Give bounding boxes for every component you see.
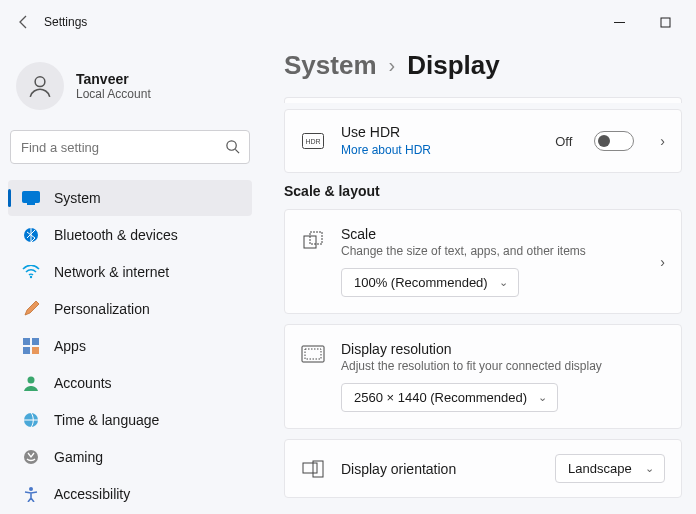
- svg-text:HDR: HDR: [305, 138, 320, 145]
- scale-icon: [301, 230, 325, 252]
- orientation-icon: [301, 460, 325, 478]
- scale-dropdown[interactable]: 100% (Recommended) ⌄: [341, 268, 519, 297]
- chevron-down-icon: ⌄: [538, 391, 547, 404]
- svg-rect-9: [23, 347, 30, 354]
- hdr-link[interactable]: More about HDR: [341, 143, 431, 157]
- orientation-card: Display orientation Landscape ⌄: [284, 439, 682, 498]
- chevron-down-icon: ⌄: [499, 276, 508, 289]
- account-icon: [22, 374, 40, 392]
- window-controls: [596, 7, 688, 37]
- sidebar-item-label: Personalization: [54, 301, 150, 317]
- svg-rect-10: [32, 347, 39, 354]
- nav-list: System Bluetooth & devices Network & int…: [4, 180, 256, 512]
- resolution-card: Display resolution Adjust the resolution…: [284, 324, 682, 429]
- sidebar-item-accessibility[interactable]: Accessibility: [8, 476, 252, 512]
- sidebar-item-label: Accounts: [54, 375, 112, 391]
- sidebar-item-label: Network & internet: [54, 264, 169, 280]
- clock-globe-icon: [22, 411, 40, 429]
- chevron-right-icon: ›: [389, 54, 396, 77]
- search-container: [10, 130, 250, 164]
- svg-rect-8: [32, 338, 39, 345]
- profile-block[interactable]: Tanveer Local Account: [4, 54, 256, 118]
- svg-point-14: [29, 487, 33, 491]
- main-panel: System › Display HDR Use HDR More about …: [260, 44, 696, 514]
- sidebar-item-label: Accessibility: [54, 486, 130, 502]
- svg-point-11: [28, 377, 35, 384]
- search-input[interactable]: [10, 130, 250, 164]
- svg-point-6: [30, 276, 32, 278]
- chevron-down-icon: ⌄: [645, 462, 654, 475]
- sidebar-item-time[interactable]: Time & language: [8, 402, 252, 438]
- search-icon: [225, 139, 240, 158]
- orientation-value: Landscape: [568, 461, 632, 476]
- scale-title: Scale: [341, 226, 634, 242]
- system-icon: [22, 189, 40, 207]
- hdr-title: Use HDR: [341, 124, 539, 140]
- sidebar-item-personalization[interactable]: Personalization: [8, 291, 252, 327]
- sidebar-item-system[interactable]: System: [8, 180, 252, 216]
- chevron-right-icon: ›: [660, 254, 665, 270]
- hdr-icon: HDR: [301, 133, 325, 149]
- svg-rect-7: [23, 338, 30, 345]
- avatar: [16, 62, 64, 110]
- svg-point-1: [35, 77, 45, 87]
- resolution-dropdown[interactable]: 2560 × 1440 (Recommended) ⌄: [341, 383, 558, 412]
- sidebar-item-label: Gaming: [54, 449, 103, 465]
- arrow-left-icon: [16, 14, 32, 30]
- resolution-icon: [301, 345, 325, 363]
- svg-rect-3: [23, 192, 40, 203]
- svg-rect-21: [303, 463, 317, 473]
- breadcrumb: System › Display: [284, 50, 682, 81]
- hdr-toggle[interactable]: [594, 131, 634, 151]
- svg-point-2: [227, 141, 236, 150]
- svg-rect-0: [661, 18, 670, 27]
- hdr-card[interactable]: HDR Use HDR More about HDR Off ›: [284, 109, 682, 173]
- svg-rect-20: [305, 349, 321, 359]
- brush-icon: [22, 300, 40, 318]
- chevron-right-icon: ›: [660, 133, 665, 149]
- orientation-dropdown[interactable]: Landscape ⌄: [555, 454, 665, 483]
- resolution-sub: Adjust the resolution to fit your connec…: [341, 359, 665, 373]
- sidebar: Tanveer Local Account System Bluetooth &…: [0, 44, 260, 514]
- minimize-button[interactable]: [596, 7, 642, 37]
- resolution-title: Display resolution: [341, 341, 665, 357]
- maximize-button[interactable]: [642, 7, 688, 37]
- sidebar-item-apps[interactable]: Apps: [8, 328, 252, 364]
- breadcrumb-parent[interactable]: System: [284, 50, 377, 81]
- section-scale-layout: Scale & layout: [284, 183, 682, 199]
- sidebar-item-label: Apps: [54, 338, 86, 354]
- person-icon: [27, 73, 53, 99]
- apps-icon: [22, 337, 40, 355]
- profile-sub: Local Account: [76, 87, 151, 101]
- scale-value: 100% (Recommended): [354, 275, 488, 290]
- wifi-icon: [22, 263, 40, 281]
- resolution-value: 2560 × 1440 (Recommended): [354, 390, 527, 405]
- sidebar-item-accounts[interactable]: Accounts: [8, 365, 252, 401]
- profile-name: Tanveer: [76, 71, 151, 87]
- accessibility-icon: [22, 485, 40, 503]
- scale-sub: Change the size of text, apps, and other…: [341, 244, 634, 258]
- window-title: Settings: [44, 15, 87, 29]
- titlebar: Settings: [0, 0, 696, 44]
- svg-rect-4: [27, 203, 35, 205]
- sidebar-item-gaming[interactable]: Gaming: [8, 439, 252, 475]
- sidebar-item-label: Time & language: [54, 412, 159, 428]
- scale-card[interactable]: Scale Change the size of text, apps, and…: [284, 209, 682, 314]
- sidebar-item-label: Bluetooth & devices: [54, 227, 178, 243]
- orientation-title: Display orientation: [341, 461, 456, 477]
- sidebar-item-bluetooth[interactable]: Bluetooth & devices: [8, 217, 252, 253]
- card-partial-top: [284, 97, 682, 103]
- breadcrumb-current: Display: [407, 50, 500, 81]
- gaming-icon: [22, 448, 40, 466]
- sidebar-item-label: System: [54, 190, 101, 206]
- back-button[interactable]: [8, 6, 40, 38]
- bluetooth-icon: [22, 226, 40, 244]
- hdr-toggle-state: Off: [555, 134, 572, 149]
- sidebar-item-network[interactable]: Network & internet: [8, 254, 252, 290]
